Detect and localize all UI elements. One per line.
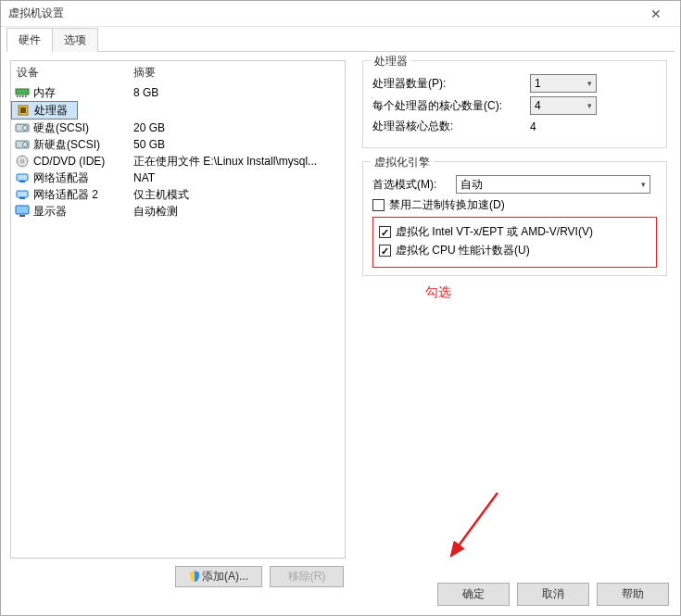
svg-rect-13 [17, 174, 28, 181]
device-summary: 自动检测 [133, 204, 341, 220]
window-title: 虚拟机设置 [8, 6, 637, 21]
device-summary: 仅主机模式 [133, 187, 341, 203]
left-panel: 设备 摘要 内存8 GB处理器4硬盘(SCSI)20 GB新硬盘(SCSI)50… [6, 53, 349, 571]
device-list[interactable]: 设备 摘要 内存8 GB处理器4硬盘(SCSI)20 GB新硬盘(SCSI)50… [10, 60, 346, 559]
proc-count-label: 处理器数量(P): [372, 76, 530, 92]
cb-cpu-counters-label: 虚拟化 CPU 性能计数器(U) [396, 243, 530, 258]
titlebar: 虚拟机设置 ✕ [1, 1, 680, 27]
proc-cores-label: 每个处理器的核心数量(C): [372, 98, 530, 114]
device-name: 网络适配器 2 [33, 187, 133, 203]
cb-vtx-label: 虚拟化 Intel VT-x/EPT 或 AMD-V/RVI(V) [396, 224, 593, 240]
device-name: 显示器 [33, 204, 133, 220]
device-name: 新硬盘(SCSI) [33, 137, 133, 153]
annotation-arrow [442, 484, 507, 567]
device-row[interactable]: CD/DVD (IDE)正在使用文件 E:\Linux Install\mysq… [11, 153, 345, 170]
device-summary: 20 GB [133, 121, 341, 134]
svg-rect-3 [22, 95, 24, 97]
svg-rect-14 [19, 181, 25, 182]
svg-line-19 [451, 493, 498, 556]
chevron-down-icon: ▾ [641, 180, 646, 189]
disk-icon [15, 138, 30, 151]
engine-pref-label: 首选模式(M): [372, 177, 456, 193]
cb-cpu-counters[interactable]: 虚拟化 CPU 性能计数器(U) [379, 243, 650, 258]
device-row[interactable]: 处理器4 [11, 101, 78, 119]
cancel-button[interactable]: 取消 [517, 583, 589, 606]
svg-rect-17 [16, 206, 29, 214]
chevron-down-icon: ▾ [587, 79, 592, 88]
net-icon [15, 171, 30, 184]
group-processors: 处理器 处理器数量(P): 1▾ 每个处理器的核心数量(C): 4▾ 处理器核心… [362, 60, 667, 148]
net-icon [15, 188, 30, 201]
group-engine: 虚拟化引擎 首选模式(M): 自动▾ 禁用二进制转换加速(D) 虚拟化 Inte… [362, 161, 667, 276]
device-name: 网络适配器 [33, 170, 133, 186]
proc-total-value: 4 [530, 120, 536, 133]
footer: 确定 取消 帮助 [437, 583, 669, 606]
cpu-icon [16, 104, 31, 117]
device-list-header: 设备 摘要 [11, 61, 345, 84]
add-button[interactable]: 添加(A)... [175, 566, 262, 587]
device-summary: 正在使用文件 E:\Linux Install\mysql... [133, 154, 341, 170]
annotation-text: 勾选 [425, 284, 451, 301]
svg-point-8 [23, 126, 28, 131]
device-name: 处理器 [34, 103, 73, 119]
device-name: 硬盘(SCSI) [33, 120, 133, 136]
checkbox-icon [372, 199, 385, 211]
svg-rect-2 [19, 95, 21, 97]
cb-vtx[interactable]: 虚拟化 Intel VT-x/EPT 或 AMD-V/RVI(V) [379, 224, 650, 240]
display-icon [15, 205, 30, 218]
tab-underline [6, 51, 675, 52]
content: 设备 摘要 内存8 GB处理器4硬盘(SCSI)20 GB新硬盘(SCSI)50… [6, 53, 675, 571]
device-summary: NAT [133, 171, 341, 184]
col-device: 设备 [17, 65, 133, 81]
svg-rect-16 [19, 197, 25, 199]
chevron-down-icon: ▾ [587, 101, 592, 110]
tab-options[interactable]: 选项 [52, 28, 98, 52]
svg-rect-6 [20, 107, 26, 113]
engine-pref-select[interactable]: 自动▾ [456, 175, 650, 194]
device-row[interactable]: 硬盘(SCSI)20 GB [11, 119, 345, 136]
left-buttons: 添加(A)... 移除(R) [10, 559, 346, 587]
add-button-label: 添加(A)... [202, 570, 248, 583]
proc-cores-select[interactable]: 4▾ [530, 96, 597, 115]
tabstrip: 硬件 选项 [1, 27, 680, 51]
svg-rect-4 [25, 95, 27, 97]
proc-count-select[interactable]: 1▾ [530, 74, 597, 93]
cd-icon [15, 155, 30, 168]
cb-disable-binary-label: 禁用二进制转换加速(D) [389, 197, 505, 213]
device-summary: 8 GB [133, 86, 341, 99]
svg-rect-15 [17, 191, 28, 197]
device-row[interactable]: 新硬盘(SCSI)50 GB [11, 136, 345, 153]
help-button[interactable]: 帮助 [597, 583, 669, 606]
memory-icon [15, 86, 30, 99]
device-row[interactable]: 网络适配器NAT [11, 170, 345, 186]
col-summary: 摘要 [133, 65, 339, 81]
device-name: CD/DVD (IDE) [33, 155, 133, 168]
shield-icon [189, 571, 200, 582]
annotation-redbox: 虚拟化 Intel VT-x/EPT 或 AMD-V/RVI(V) 虚拟化 CP… [372, 217, 657, 268]
device-name: 内存 [33, 85, 133, 101]
device-row[interactable]: 内存8 GB [11, 84, 345, 101]
svg-rect-1 [17, 95, 19, 97]
group-engine-legend: 虚拟化引擎 [371, 155, 434, 170]
remove-button[interactable]: 移除(R) [270, 566, 344, 587]
proc-total-label: 处理器核心总数: [372, 119, 530, 134]
group-processors-legend: 处理器 [371, 54, 411, 69]
svg-point-10 [23, 143, 28, 147]
device-summary: 50 GB [133, 138, 341, 151]
close-icon[interactable]: ✕ [637, 6, 675, 21]
right-panel: 处理器 处理器数量(P): 1▾ 每个处理器的核心数量(C): 4▾ 处理器核心… [349, 53, 675, 571]
checkbox-icon [379, 226, 391, 238]
svg-rect-0 [16, 89, 29, 94]
checkbox-icon [379, 245, 391, 257]
device-row[interactable]: 显示器自动检测 [11, 203, 345, 220]
disk-icon [15, 121, 30, 134]
svg-point-12 [21, 160, 24, 163]
tab-hardware[interactable]: 硬件 [6, 28, 53, 52]
device-row[interactable]: 网络适配器 2仅主机模式 [11, 186, 345, 203]
cb-disable-binary[interactable]: 禁用二进制转换加速(D) [372, 197, 657, 213]
svg-rect-18 [19, 215, 25, 217]
ok-button[interactable]: 确定 [437, 583, 510, 606]
